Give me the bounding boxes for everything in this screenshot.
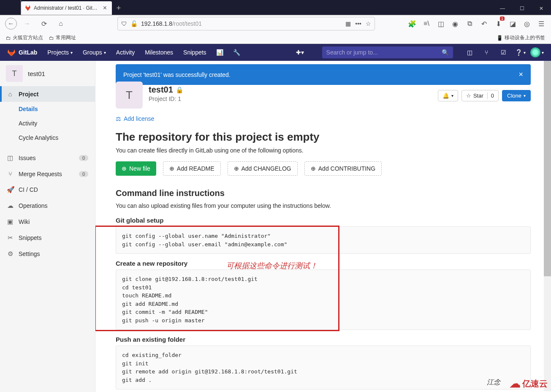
nav-wrench-icon[interactable]: 🔧 — [229, 44, 244, 61]
tab-strip: Administrator / test01 · GitL... × + — ☐… — [0, 0, 551, 15]
sidebar-sub-details[interactable]: Details — [0, 102, 95, 116]
url-bar-row: ← → ⟳ ⌂ 🛡 🔓 192.168.1.8/root/test01 ▦ ••… — [0, 15, 551, 32]
mr-count: 0 — [79, 171, 88, 177]
clone-dropdown[interactable]: Clone▾ — [502, 90, 531, 101]
scrollbar-thumb[interactable] — [544, 61, 551, 276]
more-actions-icon[interactable]: ••• — [355, 20, 361, 27]
plus-icon: ⊕ — [311, 165, 316, 172]
new-tab-button[interactable]: + — [112, 1, 125, 15]
sidebar-item-wiki[interactable]: ▣Wiki — [0, 214, 95, 230]
watermark-brand: ☁亿速云 — [510, 377, 548, 390]
nav-snippets[interactable]: Snippets — [179, 44, 210, 61]
plus-icon: ⊕ — [122, 165, 127, 172]
user-avatar-dropdown[interactable]: ▾ — [530, 47, 544, 57]
push-existing-code[interactable]: cd existing_folder git init git remote a… — [116, 346, 531, 389]
bookmark-mobile[interactable]: 📱 移动设备上的书签 — [497, 34, 545, 41]
sidebar-sub-cycle[interactable]: Cycle Analytics — [0, 131, 95, 145]
nav-activity[interactable]: Activity — [112, 44, 139, 61]
new-repo-code[interactable]: git clone git@192.168.1.8:root/test01.gi… — [116, 270, 531, 330]
ext3-icon[interactable]: ◎ — [522, 19, 532, 28]
search-input[interactable] — [326, 49, 442, 56]
undo-icon[interactable]: ↶ — [479, 19, 489, 28]
bookmark-star-icon[interactable]: ☆ — [366, 20, 371, 27]
issues-shortcut-icon[interactable]: ◫ — [462, 49, 477, 56]
gitlab-logo[interactable]: GitLab — [7, 48, 37, 57]
sidebar-item-cicd[interactable]: 🚀CI / CD — [0, 182, 95, 198]
extensions-icon[interactable]: 🧩 — [407, 19, 417, 28]
mr-shortcut-icon[interactable]: ⑂ — [479, 49, 494, 56]
browser-toolbar-right: 🧩 ≡\ ◫ ◉ ⧉ ↶ ⬇1 ◪ ◎ ☰ — [407, 19, 546, 28]
rocket-icon: 🚀 — [7, 186, 14, 193]
help-dropdown[interactable]: ❔▾ — [513, 49, 527, 56]
nav-milestones[interactable]: Milestones — [141, 44, 177, 61]
url-path: /root/test01 — [172, 20, 202, 27]
download-icon[interactable]: ⬇1 — [494, 19, 503, 28]
reload-button[interactable]: ⟳ — [37, 17, 51, 30]
sidebar-item-operations[interactable]: ☁Operations — [0, 198, 95, 214]
sidebar-item-snippets[interactable]: ✂Snippets — [0, 230, 95, 246]
star-button[interactable]: ☆Star0 — [461, 90, 499, 101]
git-global-code[interactable]: git config --global user.name "Administr… — [116, 226, 531, 254]
push-existing-heading: Push an existing folder — [116, 336, 531, 343]
empty-repo-heading: The repository for this project is empty — [116, 131, 531, 144]
nav-groups[interactable]: Groups▾ — [79, 44, 110, 61]
issues-icon: ◫ — [7, 154, 14, 162]
project-avatar: T — [6, 65, 23, 82]
bookmark-firefox[interactable]: 🗀 火狐官方站点 — [6, 34, 43, 41]
browser-chrome: Administrator / test01 · GitL... × + — ☐… — [0, 0, 551, 44]
star-icon: ☆ — [466, 93, 471, 99]
nav-projects[interactable]: Projects▾ — [43, 44, 77, 61]
scrollbar[interactable] — [544, 61, 551, 391]
sidebar: T test01 ⌂Project Details Activity Cycle… — [0, 61, 95, 392]
new-file-button[interactable]: ⊕New file — [116, 161, 156, 176]
cli-subtext: You can also upload existing files from … — [116, 202, 531, 209]
library-icon[interactable]: ≡\ — [422, 19, 431, 28]
new-repo-heading: Create a new repository — [116, 260, 531, 267]
project-header-row: T test01🔒 Project ID: 1 🔔▾ ☆Star0 Clone▾ — [95, 90, 551, 113]
hamburger-menu-icon[interactable]: ☰ — [537, 19, 546, 28]
tab-title: Administrator / test01 · GitL... — [34, 5, 99, 11]
screenshot-icon[interactable]: ⧉ — [465, 19, 474, 28]
account-icon[interactable]: ◉ — [451, 19, 460, 28]
cloud-icon: ☁ — [7, 202, 14, 210]
maximize-button[interactable]: ☐ — [512, 2, 532, 15]
add-contributing-button[interactable]: ⊕Add CONTRIBUTING — [304, 161, 382, 176]
star-count: 0 — [487, 93, 494, 99]
close-window-button[interactable]: ✕ — [532, 2, 551, 15]
sidebar-item-issues[interactable]: ◫Issues0 — [0, 150, 95, 166]
nav-plus-dropdown[interactable]: ✚ ▾ — [293, 44, 308, 61]
home-button[interactable]: ⌂ — [54, 17, 68, 30]
qr-icon[interactable]: ▦ — [345, 20, 351, 27]
chevron-down-icon: ▾ — [71, 50, 73, 55]
gitlab-header: GitLab Projects▾ Groups▾ Activity Milest… — [0, 44, 551, 61]
nav-chart-icon[interactable]: 📊 — [212, 44, 228, 61]
watermark-author: 江念 — [487, 378, 500, 387]
plus-icon: ⊕ — [234, 165, 239, 172]
sidebar-item-project[interactable]: ⌂Project — [0, 86, 95, 102]
book-icon: ▣ — [7, 218, 14, 226]
add-license-link[interactable]: ⚖Add license — [95, 113, 551, 131]
bookmark-common[interactable]: 🗀 常用网址 — [49, 34, 76, 41]
url-bar[interactable]: 🛡 🔓 192.168.1.8/root/test01 ▦ ••• ☆ — [117, 17, 375, 30]
minimize-button[interactable]: — — [493, 2, 512, 15]
gitlab-search[interactable]: 🔍 — [322, 46, 453, 58]
ext2-icon[interactable]: ◪ — [508, 19, 517, 28]
sidebar-icon[interactable]: ◫ — [436, 19, 445, 28]
alert-close-icon[interactable]: × — [518, 70, 523, 79]
file-action-row: ⊕New file ⊕Add README ⊕Add CHANGELOG ⊕Ad… — [116, 161, 531, 176]
sidebar-project-header[interactable]: T test01 — [0, 61, 95, 86]
back-button[interactable]: ← — [5, 18, 17, 30]
forward-button[interactable]: → — [20, 17, 34, 30]
sidebar-sub-activity[interactable]: Activity — [0, 116, 95, 131]
add-changelog-button[interactable]: ⊕Add CHANGELOG — [228, 161, 298, 176]
add-readme-button[interactable]: ⊕Add README — [163, 161, 221, 176]
tab-close-icon[interactable]: × — [101, 4, 109, 12]
todos-icon[interactable]: ☑ — [496, 49, 510, 56]
sidebar-item-settings[interactable]: ⚙Settings — [0, 246, 95, 262]
notifications-dropdown[interactable]: 🔔▾ — [438, 90, 458, 101]
browser-tab-active[interactable]: Administrator / test01 · GitL... × — [21, 1, 112, 15]
scale-icon: ⚖ — [116, 115, 121, 122]
gitlab-logo-icon — [7, 48, 16, 57]
sidebar-item-mr[interactable]: ⑂Merge Requests0 — [0, 166, 95, 182]
shield-icon: 🛡 — [121, 20, 127, 27]
